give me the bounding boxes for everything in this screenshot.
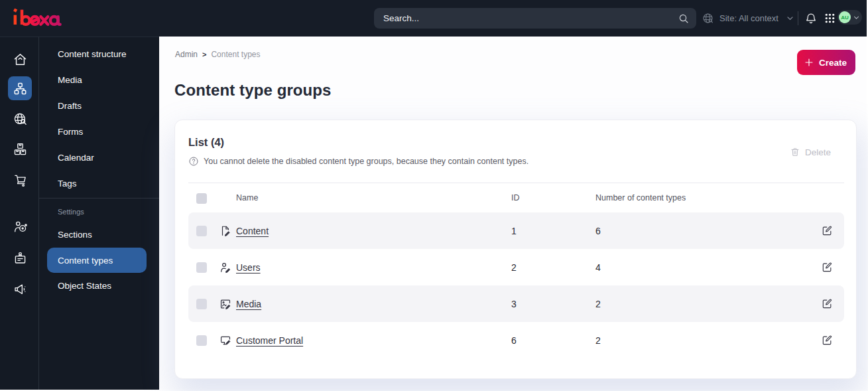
group-id: 2 bbox=[511, 262, 517, 273]
edit-button[interactable] bbox=[822, 225, 833, 236]
rail-item-corporate[interactable] bbox=[8, 246, 32, 270]
menu-item-object-states[interactable]: Object States bbox=[47, 273, 147, 298]
group-name-link[interactable]: Media bbox=[236, 299, 261, 309]
menu-item-content-structure[interactable]: Content structure bbox=[47, 41, 147, 66]
menu-item-label: Content structure bbox=[58, 49, 127, 59]
column-header-id: ID bbox=[511, 193, 520, 202]
side-menu: Content structure Media Drafts Forms Cal… bbox=[38, 37, 159, 390]
group-name-link[interactable]: Users bbox=[236, 262, 261, 273]
file-edit-icon bbox=[219, 225, 231, 237]
menu-item-media[interactable]: Media bbox=[47, 67, 147, 92]
rail-item-dashboard[interactable] bbox=[8, 47, 32, 71]
menu-item-sections[interactable]: Sections bbox=[47, 222, 147, 247]
topbar-divider bbox=[798, 11, 798, 25]
group-id: 1 bbox=[511, 226, 517, 236]
menu-section-label: Settings bbox=[58, 208, 84, 216]
breadcrumb-separator: > bbox=[202, 50, 206, 58]
group-count: 6 bbox=[595, 226, 601, 236]
ibexa-admin-app: ibexa bbox=[0, 0, 867, 390]
menu-item-content-types[interactable]: Content types bbox=[47, 248, 147, 273]
menu-item-label: Media bbox=[58, 75, 82, 85]
menu-item-tags[interactable]: Tags bbox=[47, 171, 147, 196]
group-id: 6 bbox=[511, 335, 517, 346]
chevron-down-icon bbox=[853, 14, 860, 21]
id-badge-icon bbox=[13, 250, 28, 266]
select-all-checkbox[interactable] bbox=[196, 193, 207, 204]
boxes-icon bbox=[13, 141, 28, 157]
plus-icon bbox=[804, 57, 814, 68]
rail-item-site-management[interactable] bbox=[8, 107, 32, 131]
image-edit-icon bbox=[219, 298, 231, 310]
monitor-edit-icon bbox=[219, 335, 231, 347]
row-checkbox[interactable] bbox=[196, 299, 207, 309]
delete-button[interactable]: Delete bbox=[790, 147, 831, 157]
ibexa-logo[interactable]: ibexa bbox=[11, 6, 62, 30]
rail-item-campaigns[interactable] bbox=[8, 277, 32, 301]
menu-item-label: Drafts bbox=[58, 101, 82, 111]
menu-item-forms[interactable]: Forms bbox=[47, 119, 147, 144]
bell-icon bbox=[804, 12, 818, 25]
group-count: 2 bbox=[595, 299, 601, 309]
column-header-name: Name bbox=[236, 193, 258, 202]
ibexa-logo-mark bbox=[11, 7, 62, 29]
globe-search-icon bbox=[13, 112, 28, 127]
table-row-customer-portal: Customer Portal 6 2 bbox=[188, 322, 844, 358]
group-count: 2 bbox=[595, 335, 601, 346]
menu-item-calendar[interactable]: Calendar bbox=[47, 145, 147, 170]
edit-button[interactable] bbox=[822, 335, 833, 346]
app-switcher-button[interactable] bbox=[824, 0, 836, 37]
rail-item-customers[interactable] bbox=[8, 214, 32, 238]
menu-item-label: Forms bbox=[58, 127, 83, 137]
rail-item-commerce[interactable] bbox=[8, 168, 32, 192]
sitemap-icon bbox=[13, 81, 28, 96]
rail-item-content[interactable] bbox=[8, 76, 32, 100]
edit-button[interactable] bbox=[822, 262, 833, 273]
list-info-text: You cannot delete the disabled content t… bbox=[204, 157, 528, 166]
user-menu[interactable]: AU bbox=[837, 10, 862, 25]
question-circle-icon bbox=[188, 156, 199, 167]
edit-button[interactable] bbox=[822, 298, 833, 309]
grid-dots-icon bbox=[824, 12, 836, 25]
create-button[interactable]: Create bbox=[797, 50, 855, 75]
menu-divider bbox=[39, 198, 160, 198]
menu-item-label: Content types bbox=[58, 256, 113, 266]
person-target-icon bbox=[13, 219, 28, 234]
group-name-link[interactable]: Customer Portal bbox=[236, 335, 303, 346]
row-checkbox[interactable] bbox=[196, 262, 207, 273]
list-info: You cannot delete the disabled content t… bbox=[188, 156, 528, 167]
row-checkbox[interactable] bbox=[196, 335, 207, 346]
menu-item-label: Calendar bbox=[58, 153, 94, 163]
site-context-selector[interactable]: Site: All context bbox=[702, 0, 794, 37]
megaphone-icon bbox=[13, 281, 28, 297]
search-input[interactable] bbox=[374, 13, 678, 23]
row-checkbox[interactable] bbox=[196, 226, 207, 236]
column-header-count: Number of content types bbox=[595, 193, 686, 202]
table-row-media: Media 3 2 bbox=[188, 285, 844, 322]
menu-item-label: Sections bbox=[58, 230, 92, 240]
notifications-button[interactable] bbox=[804, 0, 818, 37]
table-header-row: Name ID Number of content types bbox=[188, 183, 844, 212]
chevron-down-icon bbox=[786, 14, 794, 23]
site-context-label: Site: All context bbox=[719, 13, 778, 23]
user-edit-icon bbox=[219, 262, 231, 274]
trash-icon bbox=[790, 147, 800, 157]
rail-item-products[interactable] bbox=[8, 137, 32, 161]
delete-label: Delete bbox=[805, 147, 831, 157]
content-type-groups-card: List (4) You cannot delete the disabled … bbox=[174, 119, 857, 379]
top-bar: ibexa bbox=[0, 0, 867, 37]
globe-icon bbox=[702, 12, 714, 25]
global-search bbox=[374, 8, 696, 29]
search-icon[interactable] bbox=[678, 13, 689, 24]
group-count: 4 bbox=[595, 262, 601, 273]
group-name-link[interactable]: Content bbox=[236, 226, 269, 236]
breadcrumb-admin[interactable]: Admin bbox=[175, 50, 198, 59]
menu-item-label: Object States bbox=[58, 281, 111, 291]
content-type-groups-table: Name ID Number of content types Conten bbox=[188, 183, 844, 358]
table-row-users: Users 2 4 bbox=[188, 249, 844, 285]
main-content: Admin > Content types Create Content typ… bbox=[159, 37, 867, 390]
list-title: List (4) bbox=[188, 136, 224, 149]
table-row-content: Content 1 6 bbox=[188, 212, 844, 249]
create-button-label: Create bbox=[819, 58, 847, 68]
home-icon bbox=[13, 52, 28, 67]
menu-item-drafts[interactable]: Drafts bbox=[47, 93, 147, 118]
